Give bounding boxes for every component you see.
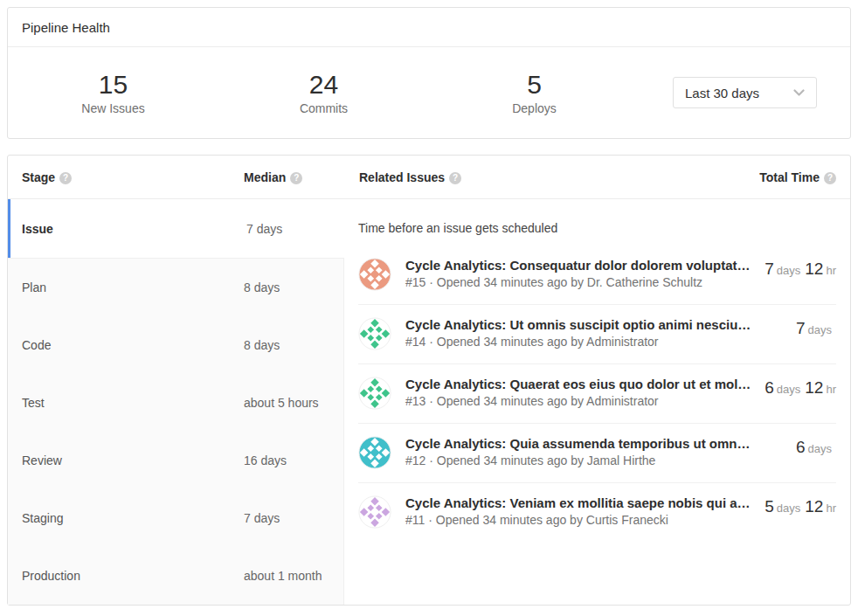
stage-nav: Issue 7 days Plan 8 days Code 8 days Tes… xyxy=(8,199,344,605)
stat-new-issues: 15 New Issues xyxy=(8,70,218,115)
identicon-avatar xyxy=(358,258,391,291)
issue-main: Cycle Analytics: Consequatur dolor dolor… xyxy=(405,258,752,289)
cycle-analytics-page: Pipeline Health 15 New Issues 24 Commits… xyxy=(0,0,858,613)
identicon-avatar xyxy=(358,317,391,350)
issue-opened-text: · Opened 34 minutes ago by xyxy=(429,453,584,467)
stage-item-review[interactable]: Review 16 days xyxy=(8,432,343,489)
stage-median: 8 days xyxy=(244,338,280,352)
stage-item-staging[interactable]: Staging 7 days xyxy=(8,489,343,547)
stage-name: Issue xyxy=(10,222,246,236)
total-time-value: 5 xyxy=(765,497,774,516)
pipeline-health-panel: Pipeline Health 15 New Issues 24 Commits… xyxy=(7,7,851,139)
help-icon[interactable]: ? xyxy=(824,172,836,184)
column-header-stage-label: Stage xyxy=(22,170,55,184)
stage-name: Staging xyxy=(8,511,244,525)
stat-commits-value: 24 xyxy=(218,70,429,100)
stage-median: 7 days xyxy=(244,511,280,525)
help-icon[interactable]: ? xyxy=(449,172,461,184)
issue-main: Cycle Analytics: Ut omnis suscipit optio… xyxy=(405,317,784,349)
issue-meta: #12 · Opened 34 minutes ago by Jamal Hir… xyxy=(405,453,784,467)
total-time-unit: hr xyxy=(826,502,836,515)
identicon-avatar xyxy=(358,436,391,469)
issue-title-link[interactable]: Cycle Analytics: Quia assumenda temporib… xyxy=(405,436,784,451)
total-time-value: 12 xyxy=(805,260,823,278)
issue-main: Cycle Analytics: Quaerat eos eius quo do… xyxy=(405,377,752,408)
column-header-related-issues: Related Issues? xyxy=(344,170,759,184)
column-header-median: Median? xyxy=(244,170,344,184)
issue-meta: #14 · Opened 34 minutes ago by Administr… xyxy=(405,335,784,349)
issue-author-link[interactable]: Curtis Franecki xyxy=(586,513,668,527)
stat-deploys: 5 Deploys xyxy=(429,70,640,115)
issue-title-link[interactable]: Cycle Analytics: Quaerat eos eius quo do… xyxy=(405,377,752,391)
issue-ref: #11 xyxy=(405,513,425,527)
stage-median: about 5 hours xyxy=(244,396,319,410)
stat-deploys-value: 5 xyxy=(429,70,640,100)
issue-title-link[interactable]: Cycle Analytics: Veniam ex mollitia saep… xyxy=(405,495,752,510)
stat-new-issues-value: 15 xyxy=(8,70,218,100)
stage-name: Production xyxy=(8,569,244,583)
issue-meta: #11 · Opened 34 minutes ago by Curtis Fr… xyxy=(405,513,752,527)
total-time-unit: hr xyxy=(826,383,836,396)
issue-total-time: 6days xyxy=(796,436,836,457)
stat-commits: 24 Commits xyxy=(218,70,429,115)
stage-median: 8 days xyxy=(244,280,280,294)
issue-title-link[interactable]: Cycle Analytics: Ut omnis suscipit optio… xyxy=(405,317,784,332)
column-header-stage: Stage? xyxy=(8,170,244,184)
help-icon[interactable]: ? xyxy=(290,172,302,184)
chevron-down-icon xyxy=(793,89,805,97)
issue-author-link[interactable]: Dr. Catherine Schultz xyxy=(587,275,702,289)
issue-opened-text: · Opened 34 minutes ago by xyxy=(428,513,583,527)
total-time-unit: hr xyxy=(826,264,836,277)
total-time-value: 7 xyxy=(765,260,774,278)
issue-row: Cycle Analytics: Quaerat eos eius quo do… xyxy=(358,363,836,423)
column-header-related-issues-label: Related Issues xyxy=(359,170,445,184)
issue-total-time: 7days xyxy=(796,317,836,338)
issue-main: Cycle Analytics: Quia assumenda temporib… xyxy=(405,436,784,467)
issue-total-time: 7days12hr xyxy=(765,258,836,279)
total-time-value: 6 xyxy=(765,378,774,397)
stage-median: about 1 month xyxy=(244,569,322,583)
total-time-unit: days xyxy=(777,383,800,396)
stat-deploys-label: Deploys xyxy=(429,101,640,115)
total-time-value: 12 xyxy=(805,497,823,516)
stage-name: Review xyxy=(8,453,244,467)
stage-name: Test xyxy=(8,396,244,410)
issue-title-link[interactable]: Cycle Analytics: Consequatur dolor dolor… xyxy=(405,258,752,273)
date-range-column: Last 30 days xyxy=(640,77,850,108)
stage-description: Time before an issue gets scheduled xyxy=(358,199,836,246)
issue-opened-text: · Opened 34 minutes ago by xyxy=(429,275,584,289)
identicon-avatar xyxy=(358,377,391,410)
issue-row: Cycle Analytics: Consequatur dolor dolor… xyxy=(358,246,836,304)
issue-author-link[interactable]: Jamal Hirthe xyxy=(587,453,656,467)
column-header-median-label: Median xyxy=(244,170,286,184)
stage-item-test[interactable]: Test about 5 hours xyxy=(8,374,343,432)
stage-item-code[interactable]: Code 8 days xyxy=(8,316,343,374)
issue-opened-text: · Opened 34 minutes ago by xyxy=(429,335,584,349)
stage-item-plan[interactable]: Plan 8 days xyxy=(8,259,343,316)
total-time-value: 6 xyxy=(796,438,806,456)
issue-author-link[interactable]: Administrator xyxy=(586,335,658,349)
stage-nav-rest: Plan 8 days Code 8 days Test about 5 hou… xyxy=(8,258,344,605)
date-range-dropdown[interactable]: Last 30 days xyxy=(673,77,817,108)
column-header-total-time-label: Total Time xyxy=(759,170,820,184)
issue-meta: #15 · Opened 34 minutes ago by Dr. Cathe… xyxy=(405,275,752,289)
stage-median: 16 days xyxy=(244,453,287,467)
stat-commits-label: Commits xyxy=(218,101,429,115)
stage-item-production[interactable]: Production about 1 month xyxy=(8,547,343,605)
issue-opened-text: · Opened 34 minutes ago by xyxy=(429,394,584,408)
issue-author-link[interactable]: Administrator xyxy=(586,394,658,408)
stage-item-issue[interactable]: Issue 7 days xyxy=(8,199,344,258)
total-time-unit: days xyxy=(777,264,800,277)
issue-ref: #13 xyxy=(405,394,426,408)
identicon-avatar xyxy=(358,495,391,529)
panel-title: Pipeline Health xyxy=(8,8,850,47)
issue-total-time: 6days12hr xyxy=(765,377,836,398)
help-icon[interactable]: ? xyxy=(59,172,72,184)
stage-name: Plan xyxy=(8,280,244,294)
issue-row: Cycle Analytics: Veniam ex mollitia saep… xyxy=(358,482,836,542)
related-issues-panel: Time before an issue gets scheduled Cycl… xyxy=(344,199,850,605)
stage-median: 7 days xyxy=(246,222,282,236)
stage-name: Code xyxy=(8,338,244,352)
total-time-unit: days xyxy=(808,323,832,336)
issue-meta: #13 · Opened 34 minutes ago by Administr… xyxy=(405,394,752,408)
